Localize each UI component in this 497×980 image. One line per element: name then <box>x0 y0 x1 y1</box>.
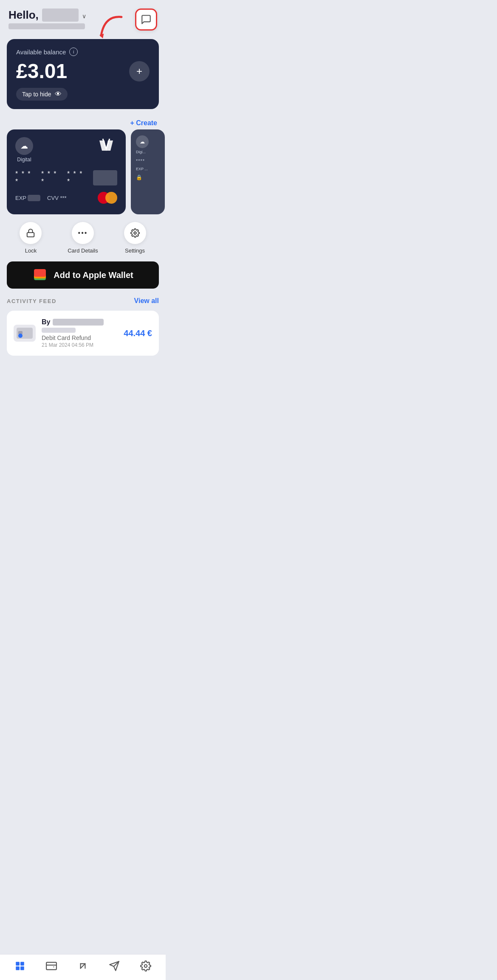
mastercard-orange-circle <box>105 192 117 204</box>
greeting-text: Hello, <box>8 8 39 22</box>
cards-scroll[interactable]: ☁ Digital * * * * * * * * * * * * <box>0 129 166 214</box>
card-number-group-3: * * * * <box>67 170 89 185</box>
card-main-container: ☁ Digital * * * * * * * * * * * * <box>7 129 126 214</box>
balance-label: Available balance <box>16 48 66 56</box>
info-icon[interactable]: i <box>69 48 78 56</box>
card-top-row: ☁ Digital <box>15 137 117 163</box>
svg-point-2 <box>134 232 136 234</box>
wallet-icon <box>32 269 48 281</box>
card-bottom-row: EXP CVV *** <box>15 191 117 204</box>
card-mini-icon <box>17 328 33 339</box>
balance-amount: £3.01 <box>16 59 67 83</box>
transaction-info: By Debit Card Refund 21 Mar 2024 04:56 P… <box>42 318 118 348</box>
lock-action[interactable]: Lock <box>20 222 42 254</box>
transaction-sub-blurred <box>42 328 76 333</box>
cloud-icon: ☁ <box>15 137 33 155</box>
transaction-amount: 44.44 € <box>124 329 152 338</box>
create-button[interactable]: + Create <box>130 119 157 127</box>
greeting-row: Hello, ∨ <box>8 8 86 22</box>
brand-logo <box>95 137 117 157</box>
svg-rect-1 <box>27 233 34 237</box>
transaction-name-row: By <box>42 318 118 326</box>
card-details-icon: ••• <box>78 229 88 237</box>
wallet-card-red <box>34 269 46 277</box>
card-cvv: CVV *** <box>47 195 67 201</box>
card-number-group-1: * * * * <box>15 170 37 185</box>
settings-label: Settings <box>125 247 145 254</box>
peek-stars: **** <box>136 158 160 163</box>
tap-to-hide-text: Tap to hide <box>22 91 51 98</box>
lock-icon <box>26 228 35 238</box>
activity-feed-title: ACTIVITY FEED <box>7 298 56 304</box>
card-mini-dot <box>18 334 23 338</box>
balance-label-row: Available balance i <box>16 48 150 56</box>
credit-card[interactable]: ☁ Digital * * * * * * * * * * * * <box>7 129 126 214</box>
card-exp-cvv: EXP CVV *** <box>15 195 67 201</box>
chat-button-wrapper <box>135 8 157 31</box>
transaction-icon <box>14 325 36 342</box>
settings-icon <box>130 228 140 238</box>
transaction-item[interactable]: By Debit Card Refund 21 Mar 2024 04:56 P… <box>7 311 159 356</box>
card-type-label: Digital <box>17 157 31 163</box>
lock-label: Lock <box>25 247 37 254</box>
cvv-label: CVV <box>47 195 59 201</box>
chat-button[interactable] <box>135 8 157 31</box>
transaction-type: Debit Card Refund <box>42 334 118 341</box>
peek-cloud-icon: ☁ <box>136 135 149 148</box>
mastercard-logo <box>98 191 117 204</box>
card-details-icon-circle: ••• <box>72 222 94 244</box>
tap-to-hide-button[interactable]: Tap to hide 👁 <box>16 88 68 101</box>
exp-label: EXP <box>15 195 26 201</box>
card-number-row: * * * * * * * * * * * * <box>15 170 117 185</box>
settings-icon-circle <box>124 222 146 244</box>
balance-row: £3.01 + <box>16 59 150 83</box>
greeting-section: Hello, ∨ <box>8 8 86 29</box>
card-exp: EXP <box>15 195 40 201</box>
add-money-button[interactable]: + <box>129 61 150 81</box>
card-peek-container[interactable]: ☁ Digi... **** EXP ... 🔒 <box>131 129 165 214</box>
card-type-badge: ☁ Digital <box>15 137 33 163</box>
lock-icon-circle <box>20 222 42 244</box>
peek-exp: EXP ... <box>136 167 160 171</box>
greeting-name <box>42 8 79 22</box>
apple-wallet-text: Add to Apple Wallet <box>54 270 133 280</box>
balance-card: Available balance i £3.01 + Tap to hide … <box>7 39 159 109</box>
card-details-label: Card Details <box>68 247 98 254</box>
apple-wallet-button[interactable]: Add to Apple Wallet <box>7 261 159 289</box>
chevron-down-icon[interactable]: ∨ <box>82 13 86 20</box>
activity-section: ACTIVITY FEED View all By Debit Card Ref… <box>0 297 166 356</box>
transaction-date: 21 Mar 2024 04:56 PM <box>42 342 118 348</box>
card-actions: Lock ••• Card Details Settings <box>0 214 166 259</box>
arrow-indicator <box>94 12 128 46</box>
card-number-last <box>93 170 117 185</box>
card-details-action[interactable]: ••• Card Details <box>68 222 98 254</box>
eye-icon: 👁 <box>55 90 62 98</box>
chat-icon <box>141 14 152 25</box>
cvv-value: *** <box>60 195 66 201</box>
peek-lock-icon: 🔒 <box>136 174 160 180</box>
transaction-name-prefix: By <box>42 318 50 326</box>
peek-label: Digi... <box>136 150 160 154</box>
create-row: + Create <box>0 113 166 129</box>
header: Hello, ∨ <box>0 0 166 35</box>
card-number-group-2: * * * * <box>41 170 63 185</box>
svg-marker-0 <box>99 34 104 38</box>
greeting-sub-blurred <box>8 23 85 29</box>
transaction-name-blurred <box>53 319 104 326</box>
credit-card-peek[interactable]: ☁ Digi... **** EXP ... 🔒 <box>131 129 165 214</box>
view-all-button[interactable]: View all <box>134 297 159 305</box>
exp-value-blurred <box>28 195 40 201</box>
activity-header: ACTIVITY FEED View all <box>7 297 159 305</box>
settings-action[interactable]: Settings <box>124 222 146 254</box>
